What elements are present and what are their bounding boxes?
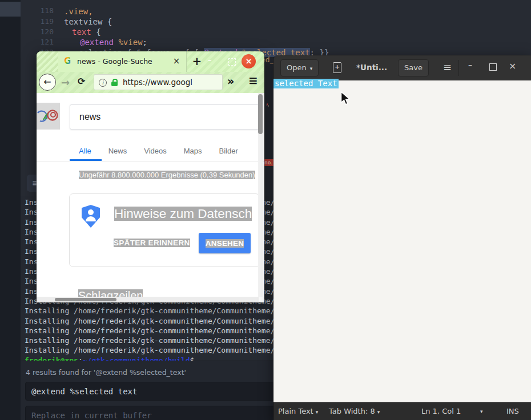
mouse-cursor — [340, 91, 351, 106]
maximize-button[interactable] — [489, 63, 497, 71]
document-title: *Unti... — [356, 63, 387, 72]
line-number: 120 — [34, 27, 54, 37]
browser-tab[interactable]: G news - Google-Suche × — [58, 51, 187, 72]
chevron-down-icon: ▾ — [316, 409, 319, 415]
reload-icon: ⟳ — [78, 76, 85, 87]
scrollbar-thumb[interactable] — [55, 298, 116, 301]
line-number: 118 — [34, 6, 54, 16]
horizontal-scrollbar[interactable] — [37, 297, 264, 302]
code-text: .view, — [64, 7, 93, 16]
close-button[interactable]: × — [242, 54, 256, 68]
privacy-notice-card: Hinweise zum Datensch SPÄTER ERINNERN AN… — [69, 193, 260, 267]
gedit-window: Open▾ + *Unti... Save ≡ – × selected Tex… — [273, 55, 531, 420]
code-line: 118 — [0, 0, 19, 6]
insert-mode-indicator[interactable]: INS — [506, 407, 519, 415]
hamburger-menu-button[interactable]: ≡ — [248, 74, 258, 87]
prompt-path: ~/gtk-communitheme/build — [83, 356, 190, 361]
remind-later-button[interactable]: SPÄTER ERINNERN — [114, 239, 190, 247]
terminal-output-line: Installing /home/frederik/gtk-communithe… — [25, 336, 293, 345]
titlebar-drag-space[interactable] — [37, 51, 59, 72]
terminal-output-line: Installing /home/frederik/gtk-communithe… — [25, 326, 293, 336]
terminal-output-line: Installing /home/frederik/gtk-communithe… — [25, 316, 293, 326]
close-button[interactable]: × — [509, 60, 516, 71]
google-search-box[interactable] — [70, 104, 260, 130]
forward-button[interactable]: → — [61, 76, 70, 88]
cursor-position[interactable]: Ln 1, Col 1 — [421, 407, 461, 415]
line-number: 121 — [34, 37, 54, 47]
code-line[interactable]: 122 @extend %view; — [0, 37, 19, 47]
line-number: 119 — [34, 17, 54, 27]
code-line[interactable]: 119 .view, — [0, 6, 19, 17]
tab-width-selector[interactable]: Tab Width: 8 ▾ — [329, 407, 380, 415]
back-icon: ← — [43, 76, 51, 87]
gedit-headerbar[interactable]: Open▾ + *Unti... Save ≡ – × — [273, 55, 531, 81]
browser-viewport: AlleNewsVideosMapsBilder Ungefähr 8.800.… — [37, 93, 264, 297]
code-text: text — [72, 27, 91, 37]
code-line[interactable]: 120 textview { — [0, 17, 19, 27]
chevron-down-icon: ▾ — [310, 66, 313, 71]
google-doodle-logo[interactable] — [37, 103, 60, 130]
scrollbar-thumb[interactable] — [258, 94, 263, 134]
reload-button[interactable]: ⟳ — [78, 76, 85, 87]
header-separator — [458, 60, 459, 76]
selected-text[interactable]: selected Text — [273, 79, 339, 88]
hamburger-menu-button[interactable]: ≡ — [443, 61, 452, 73]
code-text: textview — [64, 17, 102, 26]
vertical-scrollbar[interactable] — [258, 93, 263, 297]
terminal-prompt[interactable]: frederik@xps:~/gtk-communitheme/build$ — [25, 356, 194, 361]
google-tab-news[interactable]: News — [108, 147, 127, 155]
gedit-statusbar: Plain Text ▾ Tab Width: 8 ▾ Ln 1, Col 1 … — [273, 402, 531, 420]
maximize-button[interactable] — [228, 58, 236, 66]
new-document-button[interactable]: + — [333, 62, 341, 73]
forward-icon: → — [61, 76, 70, 88]
minimize-button[interactable]: – — [468, 60, 472, 69]
section-heading: Schlagzeilen — [78, 289, 143, 297]
code-fragment: ' — [266, 103, 271, 112]
open-button[interactable]: Open▾ — [280, 59, 319, 76]
google-tab-videos[interactable]: Videos — [144, 147, 167, 155]
tab-close-icon[interactable]: × — [171, 56, 182, 66]
scrollbar-corner — [259, 297, 264, 302]
new-document-icon: + — [335, 63, 340, 71]
firefox-titlebar[interactable]: G news - Google-Suche × + – × — [37, 51, 264, 72]
text-editor-area[interactable]: selected Text — [273, 80, 531, 403]
tabs-divider — [37, 161, 264, 162]
google-favicon-icon: G — [64, 56, 71, 66]
toolbar-overflow-button[interactable]: » — [227, 75, 234, 87]
save-button[interactable]: Save — [398, 59, 429, 76]
chevron-down-icon: ▾ — [377, 409, 380, 415]
chevron-down-icon[interactable]: ▾ — [480, 409, 483, 414]
view-button[interactable]: ANSEHEN — [199, 233, 251, 253]
terminal-output-line: Installing /home/frederik/gtk-communithe… — [25, 306, 293, 316]
minimize-button[interactable]: – — [208, 56, 212, 64]
url-text[interactable]: https://www.googl — [123, 78, 213, 87]
code-line[interactable]: 123 selection { &:focus, { [ @extend %se… — [0, 47, 19, 58]
lint-badge: no. — [263, 159, 273, 166]
active-tab-underline — [70, 159, 102, 161]
privacy-shield-icon — [82, 205, 100, 228]
google-result-tabs: AlleNewsVideosMapsBilder — [79, 147, 238, 155]
back-button[interactable]: ← — [39, 74, 56, 91]
google-tab-alle[interactable]: Alle — [79, 147, 91, 155]
google-tab-bilder[interactable]: Bilder — [219, 147, 238, 155]
find-results-text: 4 results found for '@extend %selected_t… — [26, 368, 186, 377]
firefox-window: G news - Google-Suche × + – × ← → ⟳ i ht… — [37, 51, 264, 302]
code-text: @extend — [80, 38, 114, 47]
google-tab-maps[interactable]: Maps — [184, 147, 202, 155]
privacy-card-title: Hinweise zum Datensch — [114, 207, 252, 221]
result-stats: Ungefähr 8.800.000.000 Ergebnisse (0,39 … — [79, 171, 255, 179]
new-tab-button[interactable]: + — [191, 54, 203, 68]
code-line[interactable]: 121 text { — [0, 27, 19, 37]
url-bar[interactable]: i https://www.googl — [94, 74, 223, 90]
page-info-icon[interactable]: i — [99, 79, 107, 87]
prompt-user: frederik@xps — [25, 356, 78, 361]
https-lock-icon[interactable] — [111, 82, 118, 86]
terminal-output-line: Installing /home/frederik/gtk-communithe… — [25, 345, 293, 355]
language-selector[interactable]: Plain Text ▾ — [278, 407, 318, 415]
search-input[interactable] — [70, 105, 259, 129]
tab-title: news - Google-Suche — [77, 57, 152, 66]
